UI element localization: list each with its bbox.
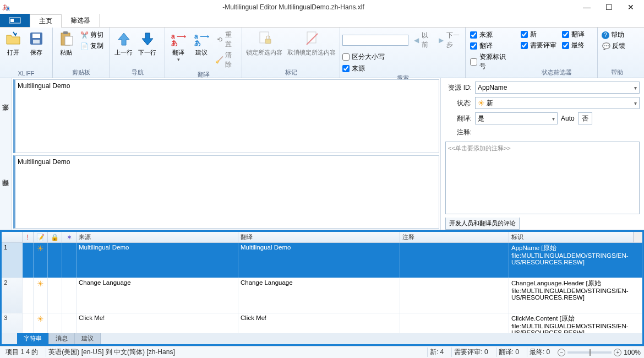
suggest-button[interactable]: a⟶あ建议 xyxy=(190,29,212,58)
sun-icon: ☀ xyxy=(34,313,48,333)
col-id[interactable]: 标识 xyxy=(509,232,634,242)
filter-source-checkbox2[interactable]: 来源 xyxy=(470,30,512,40)
filter-resid-checkbox[interactable]: 资源标识号 xyxy=(470,52,512,71)
open-button[interactable]: 打开 xyxy=(2,29,24,58)
svg-rect-8 xyxy=(63,31,68,34)
status-review: 需要评审: 0 xyxy=(451,348,490,357)
copy-icon: 📄 xyxy=(80,42,89,51)
cell-translation[interactable]: Change Language xyxy=(238,278,400,313)
translate-select[interactable]: 是 xyxy=(475,112,558,124)
state-select[interactable]: ☀ 新 xyxy=(475,97,640,109)
resid-select[interactable]: AppName xyxy=(475,82,640,94)
next-row-button[interactable]: 下一行 xyxy=(136,29,159,58)
copy-button[interactable]: 📄复制 xyxy=(78,41,105,51)
zoom-control[interactable]: − + 100% xyxy=(558,349,641,356)
cell-source: Multilingual Demo xyxy=(77,243,238,278)
save-button[interactable]: 保存 xyxy=(25,29,47,58)
grid-body[interactable]: 1☀Multilingual DemoMultilingual DemoAppN… xyxy=(2,243,642,333)
zoom-in-button[interactable]: + xyxy=(614,349,621,356)
source-pane-label: 来源 xyxy=(0,78,12,154)
zoom-slider[interactable] xyxy=(567,351,612,354)
col-lock[interactable]: 🔒 xyxy=(48,232,62,242)
paste-icon xyxy=(57,30,75,47)
svg-rect-5 xyxy=(32,34,40,38)
cut-icon: ✂️ xyxy=(80,31,89,40)
tab-messages[interactable]: 消息 xyxy=(49,333,75,344)
help-icon: ? xyxy=(602,31,609,39)
search-input[interactable] xyxy=(342,35,408,46)
arrow-right-icon: ▶ xyxy=(438,36,445,45)
auto-value: 否 xyxy=(578,112,592,124)
cell-source: Click Me! xyxy=(77,313,238,333)
tab-home[interactable]: 主页 xyxy=(30,14,62,28)
state-review-checkbox[interactable]: 需要评审 xyxy=(521,41,556,50)
file-tab[interactable] xyxy=(0,14,30,27)
feedback-icon: 💬 xyxy=(602,42,610,51)
trans-label: 翻译: xyxy=(445,114,472,123)
feedback-button[interactable]: 💬反馈 xyxy=(600,41,627,51)
col-source[interactable]: 来源 xyxy=(77,232,238,242)
svg-rect-17 xyxy=(265,39,271,44)
status-langs: 英语(美国) [en-US] 到 中文(简体) [zh-Hans] xyxy=(46,348,177,357)
cut-button[interactable]: ✂️剪切 xyxy=(78,30,105,40)
tab-filter[interactable]: 筛选器 xyxy=(62,14,100,27)
lock-icon xyxy=(255,30,273,47)
source-text-box: Multilingual Demo xyxy=(13,79,439,153)
grid-header: ! 📝 🔒 ✶ 来源 翻译 注释 标识 xyxy=(2,232,642,243)
suggest-icon: a⟶あ xyxy=(193,30,210,47)
sparkle-icon: ✶ xyxy=(65,233,74,242)
comments-box[interactable]: <<单击要添加的注释>> xyxy=(445,142,640,214)
cell-comment xyxy=(400,243,509,278)
clear-button[interactable]: 🧹清除 xyxy=(214,50,239,70)
resid-label: 资源 ID: xyxy=(445,83,472,93)
filter-translation-checkbox[interactable]: 翻译 xyxy=(470,41,512,51)
unlock-selection-button[interactable]: 取消锁定所选内容 xyxy=(286,29,337,58)
cell-id: ChangeLanguage.Header [原始 file:MULTILING… xyxy=(509,278,642,313)
svg-text:あ: あ xyxy=(194,39,201,46)
tab-suggestions[interactable]: 建议 xyxy=(75,333,101,344)
status-trans: 翻译: 0 xyxy=(496,348,521,357)
match-case-checkbox[interactable]: 区分大小写 xyxy=(342,52,463,62)
tab-strings[interactable]: 字符串 xyxy=(17,333,49,344)
row-number: 2 xyxy=(2,278,23,313)
close-button[interactable]: ✕ xyxy=(620,0,642,14)
app-icon: あa xyxy=(2,3,11,12)
search-next-button[interactable]: ▶下一步 xyxy=(436,30,463,50)
target-text-box[interactable]: Multilingual Demo xyxy=(13,155,439,229)
lock-selection-button[interactable]: 锁定所选内容 xyxy=(244,29,285,58)
translate-icon: a⟶あ xyxy=(170,30,187,47)
properties-panel: 资源 ID:AppName 状态:☀ 新 翻译:是Auto否 注释: <<单击要… xyxy=(440,78,644,230)
table-row[interactable]: 2☀Change LanguageChange LanguageChangeLa… xyxy=(2,278,642,313)
minimize-button[interactable]: — xyxy=(576,0,598,14)
col-flag[interactable]: ! xyxy=(23,232,34,242)
col-auto[interactable]: ✶ xyxy=(62,232,77,242)
maximize-button[interactable]: ☐ xyxy=(598,0,620,14)
comments-tab[interactable]: 开发人员和翻译员的评论 xyxy=(445,218,520,230)
state-new-checkbox[interactable]: 新 xyxy=(521,30,556,39)
zoom-value: 100% xyxy=(624,349,641,356)
search-prev-button[interactable]: ◀以前 xyxy=(412,30,433,50)
prev-row-button[interactable]: 上一行 xyxy=(112,29,135,58)
col-state[interactable]: 📝 xyxy=(34,232,48,242)
auto-label: Auto xyxy=(561,115,575,122)
state-final-checkbox[interactable]: 最终 xyxy=(562,41,585,50)
paste-button[interactable]: 粘贴 xyxy=(55,29,77,58)
filter-source-checkbox[interactable]: 来源 xyxy=(342,64,463,73)
state-trans-checkbox[interactable]: 翻译 xyxy=(562,30,585,39)
window-title: -Multilingual Editor MultilingualDemo.zh… xyxy=(11,3,576,11)
table-row[interactable]: 1☀Multilingual DemoMultilingual DemoAppN… xyxy=(2,243,642,278)
help-button[interactable]: ?帮助 xyxy=(600,30,627,40)
cell-comment xyxy=(400,313,509,333)
arrow-down-icon xyxy=(139,30,156,47)
reset-button[interactable]: ⟲重置 xyxy=(214,30,239,50)
zoom-out-button[interactable]: − xyxy=(558,349,565,356)
status-new: 新: 4 xyxy=(427,348,446,357)
table-row[interactable]: 3☀Click Me!Click Me!ClickMe.Content [原始 … xyxy=(2,313,642,333)
cell-translation[interactable]: Click Me! xyxy=(238,313,400,333)
translate-button[interactable]: a⟶あ翻译▾ xyxy=(167,29,189,63)
col-translation[interactable]: 翻译 xyxy=(238,232,400,242)
ribbon-tabstrip: 主页 筛选器 xyxy=(0,14,644,28)
cell-translation[interactable]: Multilingual Demo xyxy=(238,243,400,278)
svg-rect-3 xyxy=(10,19,14,22)
col-comment[interactable]: 注释 xyxy=(400,232,509,242)
